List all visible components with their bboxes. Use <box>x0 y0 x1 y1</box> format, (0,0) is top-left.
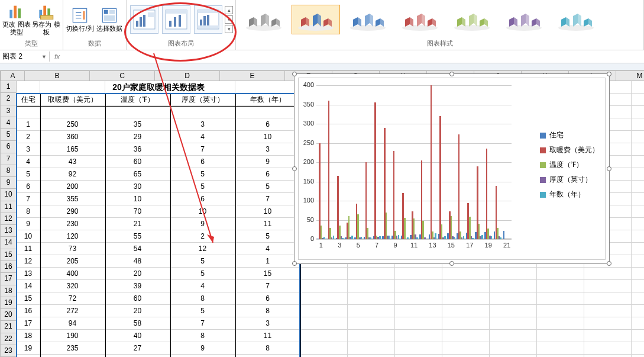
cell-C17[interactable]: 39 <box>105 280 170 292</box>
cell-A9[interactable]: 6 <box>17 181 40 193</box>
cell-B14[interactable]: 73 <box>40 243 105 255</box>
cell-G21[interactable] <box>348 330 395 342</box>
cell-F22[interactable] <box>300 342 348 355</box>
cell-A12[interactable]: 9 <box>17 218 40 230</box>
cell-E20[interactable]: 3 <box>235 317 300 330</box>
cell-C14[interactable]: 54 <box>105 243 170 255</box>
cell-K23[interactable] <box>537 355 584 357</box>
row-header-8[interactable]: 8 <box>0 165 17 177</box>
cell-M15[interactable] <box>632 255 644 268</box>
cell-C4[interactable]: 35 <box>105 118 170 131</box>
cell-K16[interactable] <box>537 268 584 280</box>
cell-M23[interactable] <box>632 355 644 357</box>
cell-M17[interactable] <box>632 280 644 292</box>
cell-D5[interactable]: 4 <box>170 131 235 143</box>
cell-B10[interactable]: 355 <box>40 193 105 205</box>
cell-D18[interactable]: 8 <box>170 292 235 305</box>
cell-K22[interactable] <box>537 342 584 355</box>
cell-E2[interactable]: 年数（年） <box>235 94 300 106</box>
row-header-23[interactable]: 23 <box>0 345 17 357</box>
cell-F23[interactable] <box>300 355 348 357</box>
cell-C23[interactable]: 30 <box>105 355 170 357</box>
row-header-17[interactable]: 17 <box>0 273 17 285</box>
cell-C3[interactable] <box>105 106 170 118</box>
cell-A23[interactable]: 20 <box>17 355 40 357</box>
row-header-21[interactable]: 21 <box>0 321 17 333</box>
cell-E21[interactable]: 11 <box>235 330 300 342</box>
cell-I18[interactable] <box>442 292 490 305</box>
cell-M14[interactable] <box>632 243 644 255</box>
row-header-9[interactable]: 9 <box>0 177 17 189</box>
cell-M3[interactable] <box>632 106 644 118</box>
cell-E3[interactable] <box>235 106 300 118</box>
cell-A7[interactable]: 4 <box>17 156 40 168</box>
cell-L21[interactable] <box>584 330 632 342</box>
cell-M6[interactable] <box>632 143 644 156</box>
cell-A6[interactable]: 3 <box>17 143 40 156</box>
name-box-dropdown-icon[interactable]: ▼ <box>41 54 47 60</box>
cell-B9[interactable]: 200 <box>40 181 105 193</box>
cell-B4[interactable]: 250 <box>40 118 105 131</box>
fx-icon[interactable]: fx <box>54 53 60 61</box>
cell-A5[interactable]: 2 <box>17 131 40 143</box>
layout-scroll-more[interactable]: ▾ <box>225 25 233 33</box>
cell-D7[interactable]: 6 <box>170 156 235 168</box>
cell-C13[interactable]: 55 <box>105 230 170 243</box>
cell-M8[interactable] <box>632 168 644 181</box>
col-header-D[interactable]: D <box>155 70 220 81</box>
cell-D14[interactable]: 12 <box>170 243 235 255</box>
cell-M9[interactable] <box>632 181 644 193</box>
cell-C12[interactable]: 21 <box>105 218 170 230</box>
row-header-13[interactable]: 13 <box>0 225 17 237</box>
cell-E8[interactable]: 6 <box>235 168 300 181</box>
cell-B13[interactable]: 120 <box>40 230 105 243</box>
cell-F20[interactable] <box>300 317 348 330</box>
cell-J21[interactable] <box>490 330 537 342</box>
col-header-E[interactable]: E <box>220 70 285 81</box>
cell-G18[interactable] <box>348 292 395 305</box>
cell-B23[interactable]: 139 <box>40 355 105 357</box>
cell-C22[interactable]: 27 <box>105 342 170 355</box>
cell-D23[interactable]: 7 <box>170 355 235 357</box>
switch-row-col-button[interactable]: 切换行/列 <box>66 2 94 37</box>
chart-style-option-5[interactable] <box>448 5 496 34</box>
cell-I19[interactable] <box>442 305 490 317</box>
cell-H20[interactable] <box>395 317 442 330</box>
cell-F18[interactable] <box>300 292 348 305</box>
cell-L18[interactable] <box>584 292 632 305</box>
cell-M12[interactable] <box>632 218 644 230</box>
cell-C19[interactable]: 20 <box>105 305 170 317</box>
cell-B20[interactable]: 94 <box>40 317 105 330</box>
cell-E19[interactable]: 8 <box>235 305 300 317</box>
name-box[interactable]: 图表 2 ▼ <box>0 52 50 62</box>
row-header-22[interactable]: 22 <box>0 333 17 345</box>
cell-D19[interactable]: 5 <box>170 305 235 317</box>
cell-D22[interactable]: 9 <box>170 342 235 355</box>
cell-A10[interactable]: 7 <box>17 193 40 205</box>
row-header-19[interactable]: 19 <box>0 297 17 309</box>
row-header-1[interactable]: 1 <box>0 81 17 93</box>
cell-D21[interactable]: 8 <box>170 330 235 342</box>
cell-H19[interactable] <box>395 305 442 317</box>
cell-M16[interactable] <box>632 268 644 280</box>
row-header-15[interactable]: 15 <box>0 249 17 261</box>
cell-I17[interactable] <box>442 280 490 292</box>
cell-C16[interactable]: 20 <box>105 268 170 280</box>
cell-D15[interactable]: 5 <box>170 255 235 268</box>
cell-F16[interactable] <box>300 268 348 280</box>
cell-C18[interactable]: 60 <box>105 292 170 305</box>
cell-B22[interactable]: 235 <box>40 342 105 355</box>
save-template-button[interactable]: 另存为 模板 <box>32 2 60 37</box>
cell-E9[interactable]: 5 <box>235 181 300 193</box>
cell-E7[interactable]: 9 <box>235 156 300 168</box>
cell-L16[interactable] <box>584 268 632 280</box>
cell-D8[interactable]: 5 <box>170 168 235 181</box>
col-header-B[interactable]: B <box>25 70 90 81</box>
row-header-18[interactable]: 18 <box>0 285 17 297</box>
cell-K17[interactable] <box>537 280 584 292</box>
cell-M20[interactable] <box>632 317 644 330</box>
cell-H23[interactable] <box>395 355 442 357</box>
row-header-12[interactable]: 12 <box>0 213 17 225</box>
cell-G20[interactable] <box>348 317 395 330</box>
cell-K19[interactable] <box>537 305 584 317</box>
